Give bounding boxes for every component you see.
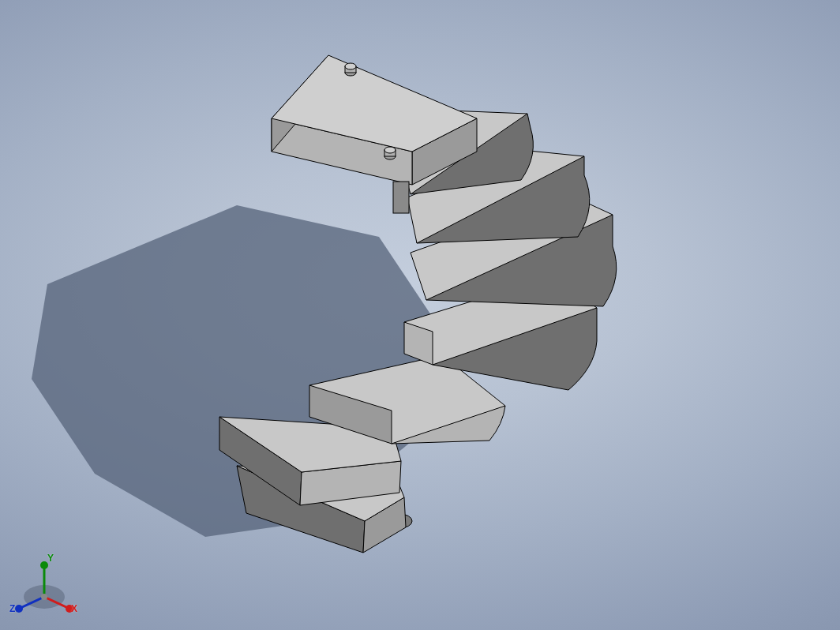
tread-pin [384, 147, 396, 159]
axis-x-label: X [71, 603, 77, 614]
svg-rect-7 [393, 182, 409, 213]
svg-point-6 [384, 147, 396, 153]
svg-point-9 [15, 605, 23, 613]
center-post-segment [393, 182, 409, 213]
model-render [0, 0, 840, 630]
svg-point-12 [41, 594, 47, 600]
axis-z-label: Z [9, 603, 15, 614]
svg-point-3 [345, 63, 356, 69]
cad-3d-viewport[interactable]: Y X Z [0, 0, 840, 630]
triad-svg [9, 551, 79, 621]
view-triad[interactable]: Y X Z [9, 551, 79, 621]
tread-pin [345, 63, 356, 76]
stair-tread-top [272, 55, 477, 185]
axis-y-label: Y [47, 553, 54, 564]
